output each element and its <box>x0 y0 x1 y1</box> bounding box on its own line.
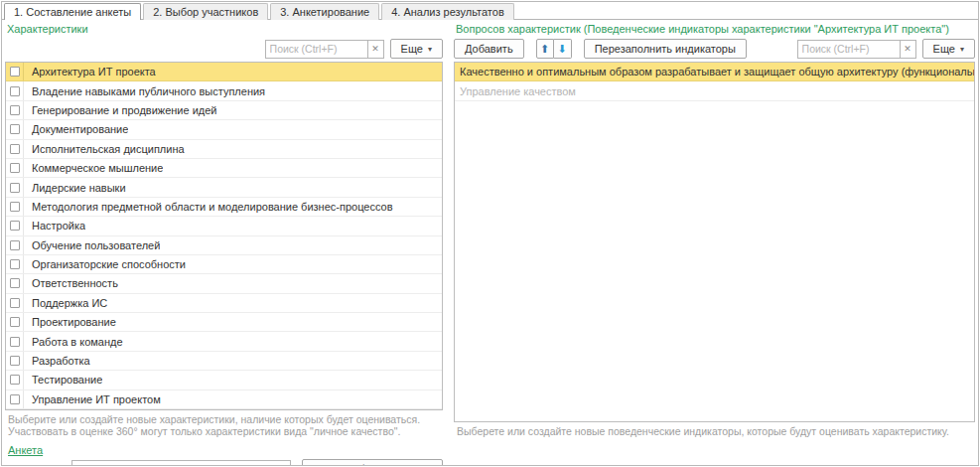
arrow-down-icon: ⬇ <box>558 43 567 56</box>
checkbox-cell <box>6 236 24 254</box>
checkbox-cell <box>6 313 24 331</box>
indicator-label: Качественно и оптимальным образом разраб… <box>455 66 974 78</box>
checkbox[interactable] <box>10 86 20 96</box>
indicators-toolbar: Добавить ⬆ ⬇ Перезаполнить индикаторы <box>454 38 975 60</box>
indicator-row[interactable]: Управление качеством <box>455 81 974 100</box>
indicators-panel: Вопросов характеристик (Поведенческие ин… <box>454 22 975 466</box>
indicator-row[interactable]: Качественно и оптимальным образом разраб… <box>455 63 974 81</box>
characteristic-row[interactable]: Организаторские способности <box>6 255 442 274</box>
refill-indicators-button[interactable]: Перезаполнить индикаторы <box>584 39 747 59</box>
characteristic-label: Организаторские способности <box>24 258 186 270</box>
checkbox-cell <box>6 255 24 273</box>
checkbox[interactable] <box>10 375 20 385</box>
characteristic-row[interactable]: Коммерческое мышление <box>6 159 442 178</box>
checkbox-cell <box>6 101 24 119</box>
tab-4[interactable]: 4. Анализ результатов <box>381 3 514 20</box>
checkbox-cell <box>6 159 24 177</box>
characteristic-label: Ответственность <box>24 277 118 289</box>
characteristic-label: Лидерские навыки <box>24 182 126 194</box>
characteristic-label: Исполнительская дисциплина <box>24 143 185 155</box>
checkbox[interactable] <box>10 67 20 77</box>
checkbox[interactable] <box>10 240 20 250</box>
tab-3[interactable]: 3. Анкетирование <box>270 3 379 20</box>
checkbox[interactable] <box>10 337 20 347</box>
checkbox[interactable] <box>10 278 20 288</box>
characteristic-label: Проектирование <box>24 316 116 328</box>
search-clear-icon[interactable]: ✕ <box>368 40 384 59</box>
add-button[interactable]: Добавить <box>454 39 524 59</box>
characteristic-row[interactable]: Лидерские навыки <box>6 178 442 197</box>
tab-1[interactable]: 1. Составление анкеты <box>4 3 141 20</box>
checkbox[interactable] <box>10 394 20 404</box>
characteristics-more-button[interactable]: Еще ▾ <box>390 39 443 59</box>
characteristics-searchbox: ✕ <box>265 40 384 59</box>
characteristic-label: Документирование <box>24 123 128 135</box>
checkbox-cell <box>6 274 24 292</box>
checkbox[interactable] <box>10 105 20 115</box>
characteristic-row[interactable]: Обучение пользователей <box>6 236 442 255</box>
checkbox-cell <box>6 81 24 99</box>
app-window: 1. Составление анкеты2. Выбор участников… <box>1 1 979 466</box>
reorder-group: ⬆ ⬇ <box>536 39 572 59</box>
characteristic-row[interactable]: Поддержка ИС <box>6 294 442 313</box>
characteristic-row[interactable]: Методология предметной области и моделир… <box>6 198 442 217</box>
checkbox[interactable] <box>10 183 20 193</box>
characteristic-label: Владение навыками публичного выступления <box>24 85 265 97</box>
characteristic-row[interactable]: Владение навыками публичного выступления <box>6 81 442 100</box>
indicators-search-input[interactable] <box>797 40 901 59</box>
characteristic-label: Генерирование и продвижение идей <box>24 104 217 116</box>
more-button-label: Еще <box>933 43 955 55</box>
checkbox-cell <box>6 120 24 138</box>
checkbox[interactable] <box>10 163 20 173</box>
checkbox[interactable] <box>10 144 20 154</box>
characteristic-row[interactable]: Разработка <box>6 352 442 371</box>
checkbox-cell <box>6 352 24 370</box>
add-button-label: Добавить <box>465 43 513 55</box>
characteristics-title: Характеристики <box>7 23 443 36</box>
checkbox[interactable] <box>10 298 20 308</box>
checkbox[interactable] <box>10 221 20 231</box>
indicators-more-button[interactable]: Еще ▾ <box>922 39 975 59</box>
characteristic-row[interactable]: Настройка <box>6 217 442 235</box>
characteristic-row[interactable]: Работа в команде <box>6 332 442 351</box>
checkbox[interactable] <box>10 356 20 366</box>
characteristic-row[interactable]: Генерирование и продвижение идей <box>6 101 442 120</box>
checkbox-cell <box>6 332 24 350</box>
characteristics-list: Архитектура ИТ проектаВладение навыками … <box>5 62 443 410</box>
characteristic-row[interactable]: Проектирование <box>6 313 442 332</box>
characteristic-row[interactable]: Управление ИТ проектом <box>6 390 442 409</box>
anketa-title-input[interactable] <box>71 460 292 466</box>
checkbox[interactable] <box>10 202 20 212</box>
checkbox-cell <box>6 178 24 196</box>
anketa-link[interactable]: Анкета <box>8 444 53 456</box>
checkbox-cell <box>6 294 24 312</box>
tab-2[interactable]: 2. Выбор участников <box>143 3 268 20</box>
move-up-button[interactable]: ⬆ <box>536 39 554 59</box>
checkbox-cell <box>6 140 24 158</box>
characteristics-search-input[interactable] <box>265 40 368 59</box>
indicator-label: Управление качеством <box>455 85 576 97</box>
hint-line-1: Выберите или создайте новые характеристи… <box>8 414 443 426</box>
search-clear-icon[interactable]: ✕ <box>901 40 916 59</box>
characteristic-label: Работа в команде <box>24 336 123 348</box>
indicators-list: Качественно и оптимальным образом разраб… <box>454 62 975 422</box>
characteristic-label: Коммерческое мышление <box>24 162 163 174</box>
checkbox[interactable] <box>10 124 20 134</box>
checkbox[interactable] <box>10 259 20 269</box>
move-down-button[interactable]: ⬇ <box>554 39 572 59</box>
anketa-form-row: Заголовок: Открыть форму анкеты <box>12 459 443 466</box>
characteristic-row[interactable]: Документирование <box>6 120 442 139</box>
characteristic-row[interactable]: Исполнительская дисциплина <box>6 140 442 159</box>
checkbox[interactable] <box>10 317 20 327</box>
more-button-label: Еще <box>401 43 423 55</box>
chevron-down-icon: ▾ <box>960 45 964 54</box>
characteristic-row[interactable]: Архитектура ИТ проекта <box>6 63 442 81</box>
open-anketa-form-button[interactable]: Открыть форму анкеты <box>302 459 443 466</box>
checkbox-cell <box>6 63 24 80</box>
characteristic-label: Архитектура ИТ проекта <box>24 66 156 78</box>
checkbox-cell <box>6 390 24 408</box>
title-field-label: Заголовок: <box>12 463 67 466</box>
characteristic-row[interactable]: Ответственность <box>6 274 442 293</box>
characteristic-label: Обучение пользователей <box>24 239 160 251</box>
characteristic-row[interactable]: Тестирование <box>6 371 442 389</box>
